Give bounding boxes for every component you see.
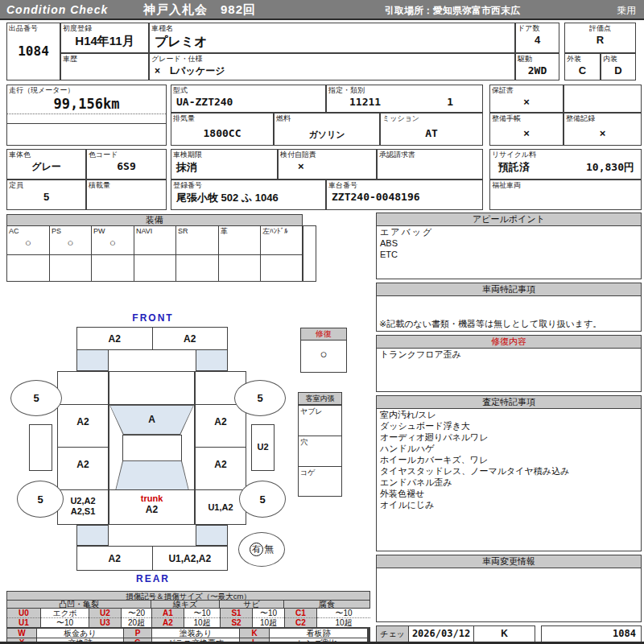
repair-flag-mark: ○: [301, 347, 346, 361]
repair-flag-box: 修復 ○: [300, 328, 347, 373]
check-date: 2026/03/12: [409, 626, 474, 642]
recycle-fee-cell: リサイクル料 預託済10,830円: [489, 149, 642, 180]
equipment-empty-cell: [6, 254, 50, 282]
cabin-row-tear: ヤブレ: [299, 405, 341, 436]
assessment-notes-header: 査定特記事項: [377, 396, 641, 409]
check-date-inspector: 2026/03/12 K: [408, 625, 535, 642]
vehicle-notes-header: 車両特記事項: [377, 283, 641, 296]
equipment-narrow-cell: [303, 225, 316, 282]
wheel-front-left: 5: [10, 380, 62, 416]
front-left-corner: [76, 349, 109, 371]
recycle-status: 預託済: [498, 160, 530, 175]
windshield: A: [109, 405, 194, 435]
pickup-location: 引取場所：愛知県弥富市西末広: [385, 4, 520, 18]
equipment-empty-cell: [49, 254, 92, 282]
repair-details-box: 修復内容 トランクフロア歪み: [376, 335, 642, 392]
trunk-panel: trunk A2: [109, 489, 195, 525]
equipment-cell-pw: PW○: [91, 225, 134, 255]
capacity-cell: 定員 5: [6, 180, 86, 210]
rear-window: [115, 460, 189, 491]
color-code-cell: 色コード 6S9: [86, 149, 167, 180]
divider: [7, 123, 166, 124]
check-inspector: K: [474, 626, 535, 642]
appeal-points-box: アピールポイント エアバッグ ABS ETC: [376, 213, 642, 279]
equipment-cell-ps: PS○: [49, 225, 92, 255]
warranty-cell: 保証書 ×: [489, 85, 564, 113]
score-cell: 評価点 R: [564, 23, 636, 53]
roof-panel: [122, 435, 182, 461]
grade-cell: グレード・仕様 × Lパッケージ: [149, 53, 515, 80]
front-right-corner: [196, 349, 228, 371]
side-right-damage: U2: [252, 441, 274, 452]
cabin-row-hole: 穴: [299, 436, 341, 466]
equipment-cell-navi: NAVI: [134, 225, 176, 255]
vehicle-notes-footnote: ※記載のない書類・機器等は無しとして取り扱います。: [379, 318, 601, 330]
assessment-notes-box: 査定特記事項 室内汚れ/スレ ダッシュボード浮き大 オーディオ廻りパネルワレ ハ…: [376, 395, 642, 551]
blank-cell: [564, 85, 642, 113]
check-label: チェック: [376, 625, 409, 642]
wheel-rear-right: 5: [239, 481, 286, 518]
mileage-value: 99,156km: [7, 96, 166, 112]
trunk-label: trunk: [109, 493, 194, 504]
body-color-cell: 車体色 グレー: [6, 149, 86, 180]
rear-left-corner: [76, 525, 109, 546]
repair-details-header: 修復内容: [377, 336, 641, 349]
model-name-cell: 車種名 プレミオ: [149, 23, 515, 53]
rear-label: REAR: [117, 573, 189, 584]
drive-cell: 駆動 2WD: [515, 53, 559, 80]
repair-flag-header: 修復: [301, 328, 346, 341]
front-label: FRONT: [117, 312, 189, 324]
equipment-empty-cell: [175, 254, 219, 282]
condition-check-sheet: Condition Check 神戸入札会 982回 引取場所：愛知県弥富市西末…: [0, 0, 644, 644]
side-sill-right: U2: [251, 424, 275, 471]
approval-request-cell: 承認請求書: [377, 149, 483, 180]
chassis-number-cell: 車台番号 ZZT240-0048196: [326, 180, 483, 210]
model-code-cell: 型式 UA-ZZT240: [171, 85, 326, 113]
welfare-vehicle-cell: 福祉車両: [489, 180, 642, 210]
fuel-cell: 燃料 ガソリン: [274, 113, 380, 146]
divider: [7, 114, 166, 114]
class-number-cell: 指定・類別 112111: [326, 85, 483, 113]
registration-number-cell: 登録番号 尾張小牧 502 ふ 1046: [171, 180, 326, 210]
appeal-points-header: アピールポイント: [377, 213, 641, 226]
vehicle-notes-box: 車両特記事項 ※記載のない書類・機器等は無しとして取り扱います。: [376, 283, 642, 332]
header-bar: Condition Check 神戸入札会 982回 引取場所：愛知県弥富市西末…: [0, 0, 644, 20]
first-registration-cell: 初度登録 H14年11月: [60, 23, 149, 53]
side-sill-left: [29, 424, 52, 471]
equipment-empty-cell: [260, 254, 303, 282]
rear-bumper-left-damage: A2: [77, 553, 152, 564]
equipment-cell-sr: SR: [175, 225, 219, 255]
displacement-cell: 排気量 1800CC: [171, 113, 274, 146]
front-bumper-left-damage: A2: [77, 333, 152, 345]
rear-bumper: A2 U1,A2,A2: [76, 546, 228, 571]
equipment-empty-cell: [91, 254, 134, 282]
cabin-lining-header: 客室内張: [299, 393, 341, 405]
spare-yes-circled: 有: [250, 543, 263, 556]
rear-right-corner: [196, 525, 228, 546]
wheel-rear-left: 5: [17, 481, 64, 518]
exterior-grade-cell: 外装 C: [564, 53, 601, 80]
spare-tire-indicator: 有 無: [238, 532, 285, 567]
legend-size-table: U0 エクボ U2 〜20 A1 〜10 S1 〜10 C1 〜10 U1 〜1…: [6, 608, 370, 628]
equipment-cell-lhd: 左ﾊﾝﾄﾞﾙ: [260, 225, 303, 255]
doors-cell: ドア数 4: [515, 23, 559, 53]
equipment-cell-leather: 革: [218, 225, 261, 255]
front-door-right: A2: [195, 404, 246, 448]
wheel-front-right: 5: [234, 380, 286, 416]
spare-no: 無: [264, 543, 274, 556]
equipment-empty-cell: [134, 254, 176, 282]
rear-door-left: A2: [57, 447, 109, 490]
recycle-fee: 10,830円: [586, 160, 634, 175]
vehicle-change-info-box: 車両変更情報: [376, 555, 642, 622]
load-cell: 積載量: [86, 180, 167, 210]
rear-quarter-left: U2,A2 A2,S1: [57, 489, 109, 525]
maintenance-book-cell: 整備手帳 ×: [489, 113, 564, 146]
lot-number-cell: 出品番号 1084: [6, 23, 60, 80]
equipment-cell-ac: AC○: [6, 225, 50, 255]
class-main: 11211: [349, 96, 381, 108]
vehicle-change-info-header: 車両変更情報: [377, 555, 641, 568]
cabin-row-burn: コゲ: [299, 466, 341, 497]
equipment-header: 装備: [6, 214, 303, 226]
rear-quarter-right: U1,A2: [195, 489, 246, 525]
rear-door-right: A2: [195, 447, 246, 490]
